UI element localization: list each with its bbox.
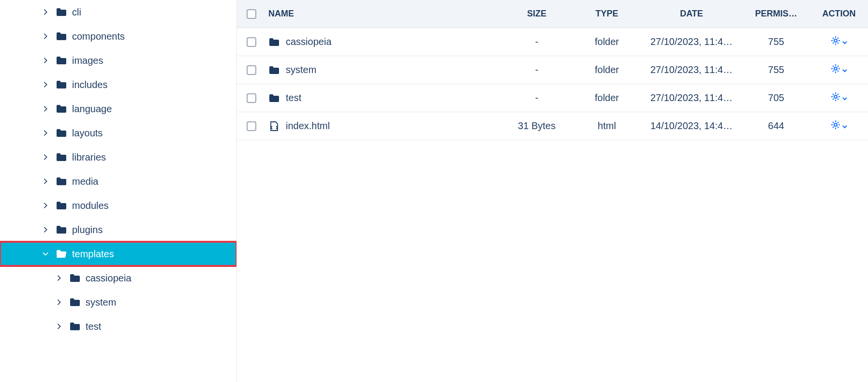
- html-file-icon: [268, 121, 280, 131]
- chevron-right-icon: [41, 129, 50, 137]
- tree-item-label: plugins: [72, 224, 103, 235]
- chevron-right-icon: [55, 274, 63, 282]
- folder-icon: [56, 225, 67, 235]
- folder-open-icon: [56, 249, 67, 259]
- row-permissions: 755: [742, 64, 810, 75]
- tree-item-label: includes: [72, 79, 107, 90]
- folder-icon: [56, 56, 67, 65]
- tree-item-system[interactable]: system: [0, 290, 236, 314]
- row-size: -: [500, 36, 573, 47]
- row-checkbox[interactable]: [247, 65, 256, 75]
- row-permissions: 705: [742, 92, 810, 103]
- tree-item-cli[interactable]: cli: [0, 0, 236, 24]
- chevron-down-icon[interactable]: [842, 120, 847, 132]
- table-row[interactable]: system - folder 27/10/2023, 11:4… 755: [237, 56, 868, 84]
- row-type: folder: [573, 64, 641, 75]
- tree-item-media[interactable]: media: [0, 169, 236, 193]
- tree-item-label: system: [86, 297, 116, 308]
- tree-item-layouts[interactable]: layouts: [0, 121, 236, 145]
- chevron-right-icon: [41, 56, 50, 65]
- folder-icon: [268, 37, 280, 47]
- col-header-type[interactable]: TYPE: [573, 9, 641, 19]
- table-row[interactable]: index.html 31 Bytes html 14/10/2023, 14:…: [237, 112, 868, 140]
- row-date: 27/10/2023, 11:4…: [641, 36, 742, 47]
- tree-item-plugins[interactable]: plugins: [0, 218, 236, 242]
- chevron-right-icon: [41, 8, 50, 16]
- tree-item-label: cli: [72, 7, 81, 18]
- col-header-name[interactable]: NAME: [268, 9, 500, 19]
- folder-icon: [268, 93, 280, 103]
- row-date: 14/10/2023, 14:4…: [641, 120, 742, 132]
- svg-point-1: [834, 67, 837, 70]
- row-size: 31 Bytes: [500, 120, 573, 132]
- tree-item-test[interactable]: test: [0, 314, 236, 338]
- svg-point-3: [834, 123, 837, 126]
- folder-icon: [56, 104, 67, 114]
- col-header-size[interactable]: SIZE: [500, 9, 573, 19]
- chevron-right-icon: [41, 80, 50, 89]
- row-name: cassiopeia: [286, 36, 332, 47]
- row-permissions: 644: [742, 120, 810, 132]
- tree-item-label: language: [72, 103, 112, 115]
- svg-point-0: [834, 39, 837, 42]
- gear-icon[interactable]: [831, 64, 840, 76]
- tree-item-label: layouts: [72, 128, 103, 139]
- row-name: system: [286, 64, 316, 75]
- chevron-down-icon[interactable]: [842, 92, 847, 103]
- row-name: test: [286, 92, 301, 103]
- tree-item-label: test: [86, 321, 101, 332]
- row-name: index.html: [286, 120, 330, 132]
- tree-item-language[interactable]: language: [0, 97, 236, 121]
- folder-icon: [56, 201, 67, 210]
- svg-point-2: [834, 95, 837, 98]
- chevron-right-icon: [55, 298, 63, 307]
- gear-icon[interactable]: [831, 120, 840, 132]
- gear-icon[interactable]: [831, 92, 840, 104]
- tree-item-label: modules: [72, 200, 109, 211]
- file-table: NAME SIZE TYPE DATE PERMIS… ACTION cassi…: [237, 0, 868, 382]
- col-header-permissions[interactable]: PERMIS…: [742, 9, 810, 19]
- tree-item-templates[interactable]: templates: [0, 242, 236, 266]
- row-date: 27/10/2023, 11:4…: [641, 64, 742, 75]
- row-size: -: [500, 92, 573, 103]
- tree-item-includes[interactable]: includes: [0, 73, 236, 97]
- gear-icon[interactable]: [831, 36, 840, 48]
- tree-item-label: media: [72, 176, 98, 187]
- row-type: folder: [573, 92, 641, 103]
- folder-icon: [268, 65, 280, 75]
- tree-item-label: components: [72, 31, 125, 42]
- tree-item-images[interactable]: images: [0, 48, 236, 73]
- tree-item-label: templates: [72, 249, 114, 260]
- row-type: folder: [573, 36, 641, 47]
- tree-item-label: cassiopeia: [86, 273, 132, 284]
- table-row[interactable]: test - folder 27/10/2023, 11:4… 705: [237, 84, 868, 112]
- chevron-down-icon[interactable]: [842, 64, 847, 75]
- row-checkbox[interactable]: [247, 93, 256, 103]
- chevron-right-icon: [55, 322, 63, 331]
- chevron-right-icon: [41, 153, 50, 162]
- row-size: -: [500, 64, 573, 75]
- chevron-down-icon[interactable]: [842, 36, 847, 47]
- chevron-right-icon: [41, 32, 50, 41]
- table-row[interactable]: cassiopeia - folder 27/10/2023, 11:4… 75…: [237, 28, 868, 56]
- col-header-date[interactable]: DATE: [641, 9, 742, 19]
- col-header-action: ACTION: [810, 9, 868, 19]
- tree-item-libraries[interactable]: libraries: [0, 145, 236, 169]
- folder-icon: [56, 31, 67, 41]
- row-checkbox[interactable]: [247, 37, 256, 47]
- tree-item-modules[interactable]: modules: [0, 193, 236, 218]
- folder-tree-sidebar: cli components images includes language …: [0, 0, 237, 382]
- row-permissions: 755: [742, 36, 810, 47]
- tree-item-components[interactable]: components: [0, 24, 236, 48]
- chevron-right-icon: [41, 201, 50, 210]
- chevron-right-icon: [41, 177, 50, 186]
- chevron-right-icon: [41, 225, 50, 234]
- folder-icon: [69, 322, 81, 331]
- tree-item-cassiopeia[interactable]: cassiopeia: [0, 266, 236, 290]
- row-checkbox[interactable]: [247, 121, 256, 131]
- folder-icon: [69, 273, 81, 283]
- folder-icon: [56, 176, 67, 186]
- select-all-checkbox[interactable]: [247, 9, 256, 19]
- folder-icon: [69, 297, 81, 307]
- chevron-right-icon: [41, 104, 50, 113]
